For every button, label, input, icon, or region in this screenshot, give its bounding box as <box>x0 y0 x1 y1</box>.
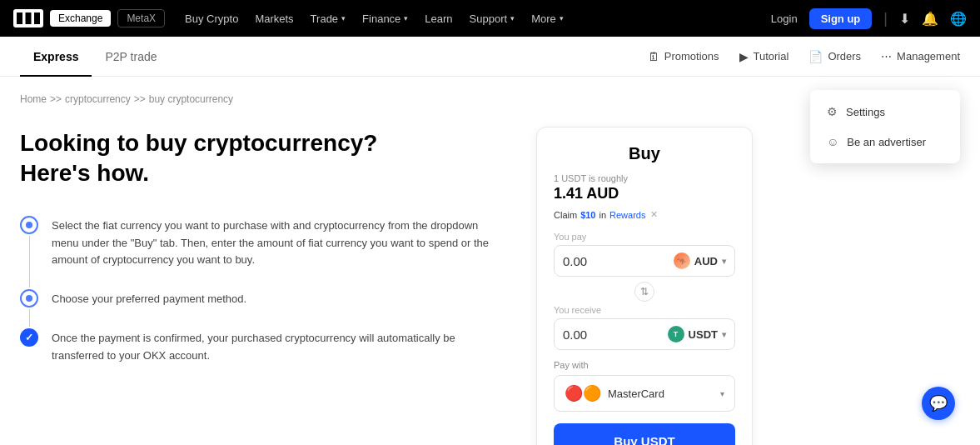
svg-rect-2 <box>34 12 40 18</box>
breadcrumb-sep-2: >> <box>134 93 146 105</box>
you-receive-label: You receive <box>554 305 735 315</box>
you-pay-group: You pay 🦘 AUD ▾ <box>554 232 735 277</box>
left-panel: Home >> cryptocurrency >> buy cryptocurr… <box>20 93 503 445</box>
svg-rect-5 <box>34 18 40 24</box>
svg-rect-1 <box>26 12 32 18</box>
aud-flag: 🦘 <box>674 252 690 269</box>
logo-area: Exchange MetaX <box>13 9 165 28</box>
download-icon[interactable]: ⬇ <box>899 11 910 27</box>
nav-learn[interactable]: Learn <box>425 12 452 25</box>
swap-row: ⇅ <box>554 282 735 302</box>
chat-icon: 💬 <box>929 394 948 412</box>
you-receive-currency: USDT <box>689 328 718 341</box>
management-dropdown: ⚙ Settings ☺ Be an advertiser <box>810 90 960 163</box>
claim-in: in <box>599 210 606 220</box>
breadcrumb-current: buy cryptocurrency <box>149 93 233 105</box>
exchange-tab[interactable]: Exchange <box>50 10 111 27</box>
you-pay-input-row[interactable]: 🦘 AUD ▾ <box>554 245 735 277</box>
you-pay-currency-select[interactable]: 🦘 AUD ▾ <box>674 252 726 269</box>
chat-bubble-button[interactable]: 💬 <box>922 387 955 420</box>
rate-label: 1 USDT is roughly <box>554 173 735 183</box>
okx-logo[interactable] <box>13 9 43 28</box>
you-receive-group: You receive T USDT ▾ <box>554 305 735 350</box>
claim-rewards[interactable]: Rewards <box>609 210 645 220</box>
nav-right: Login Sign up | ⬇ 🔔 🌐 <box>771 8 967 29</box>
step-1-text: Select the fiat currency you want to pur… <box>52 218 503 269</box>
nav-support[interactable]: Support▾ <box>470 12 515 25</box>
step-2-connector <box>29 309 30 327</box>
breadcrumb-crypto[interactable]: cryptocurrency <box>65 93 131 105</box>
nav-more[interactable]: More▾ <box>531 12 564 25</box>
management-dots-icon: ⋯ <box>881 50 892 62</box>
swap-button[interactable]: ⇅ <box>634 282 654 302</box>
you-receive-currency-select[interactable]: T USDT ▾ <box>668 326 726 342</box>
usdt-icon: T <box>668 326 684 342</box>
you-receive-chevron-icon: ▾ <box>722 330 726 339</box>
signup-button[interactable]: Sign up <box>809 8 873 29</box>
step-3-content: Once the payment is confirmed, your purc… <box>52 328 503 385</box>
steps-list: Select the fiat currency you want to pur… <box>20 216 503 385</box>
you-pay-label: You pay <box>554 232 735 242</box>
language-icon[interactable]: 🌐 <box>950 11 967 27</box>
promotions-label: Promotions <box>664 50 719 62</box>
settings-icon: ⚙ <box>827 105 838 118</box>
step-3-dot <box>20 328 38 347</box>
nav-markets[interactable]: Markets <box>255 12 293 25</box>
notification-icon[interactable]: 🔔 <box>922 11 938 27</box>
step-2: Choose your preferred payment method. <box>20 289 503 328</box>
tutorial-nav-item[interactable]: ▶ Tutorial <box>739 50 789 63</box>
tab-p2p-trade[interactable]: P2P trade <box>92 37 170 77</box>
tab-express[interactable]: Express <box>20 37 92 77</box>
step-1-connector <box>29 236 30 288</box>
claim-close-button[interactable]: ✕ <box>650 209 658 220</box>
you-pay-input[interactable] <box>563 254 674 268</box>
svg-rect-4 <box>26 18 32 24</box>
step-1-content: Select the fiat currency you want to pur… <box>52 216 503 289</box>
orders-icon: 📄 <box>808 50 823 63</box>
pay-with-select[interactable]: 🔴🟠 MasterCard ▾ <box>554 375 735 412</box>
nav-finance[interactable]: Finance▾ <box>362 12 408 25</box>
nav-trade[interactable]: Trade▾ <box>311 12 346 25</box>
step-2-line <box>20 289 38 328</box>
pay-with-chevron-icon: ▾ <box>720 389 724 398</box>
orders-nav-item[interactable]: 📄 Orders <box>808 50 861 63</box>
claim-text: Claim <box>554 210 577 220</box>
management-button[interactable]: ⋯ Management <box>881 50 960 62</box>
claim-amount: $10 <box>580 210 595 220</box>
svg-rect-0 <box>17 12 22 18</box>
nav-separator: | <box>883 10 888 28</box>
step-1-line <box>20 216 38 289</box>
rate-value: 1.41 AUD <box>554 185 735 202</box>
login-button[interactable]: Login <box>771 12 798 25</box>
rate-info: 1 USDT is roughly 1.41 AUD <box>554 173 735 202</box>
step-3-text: Once the payment is confirmed, your purc… <box>52 330 503 365</box>
breadcrumb: Home >> cryptocurrency >> buy cryptocurr… <box>20 93 503 105</box>
sub-navigation: Express P2P trade 🗓 Promotions ▶ Tutoria… <box>0 37 980 77</box>
sub-nav-right: 🗓 Promotions ▶ Tutorial 📄 Orders ⋯ Manag… <box>648 50 960 63</box>
buy-card: Buy 1 USDT is roughly 1.41 AUD Claim $10… <box>536 127 753 445</box>
metax-tab[interactable]: MetaX <box>117 9 165 28</box>
you-receive-input-row[interactable]: T USDT ▾ <box>554 318 735 350</box>
breadcrumb-home[interactable]: Home <box>20 93 47 105</box>
step-1-dot <box>20 216 38 234</box>
claim-badge: Claim $10 in Rewards ✕ <box>554 209 735 220</box>
nav-links: Buy Crypto Markets Trade▾ Finance▾ Learn… <box>185 12 564 25</box>
step-2-text: Choose your preferred payment method. <box>52 291 503 308</box>
advertiser-icon: ☺ <box>827 135 838 148</box>
step-1: Select the fiat currency you want to pur… <box>20 216 503 289</box>
hero-title: Looking to buy cryptocurrency?Here's how… <box>20 128 503 189</box>
tutorial-label: Tutorial <box>754 50 789 62</box>
advertiser-label: Be an advertiser <box>847 136 926 148</box>
management-area: ⋯ Management ⚙ Settings ☺ Be an advertis… <box>881 50 960 62</box>
orders-label: Orders <box>828 50 861 62</box>
advertiser-menu-item[interactable]: ☺ Be an advertiser <box>810 127 960 157</box>
step-2-dot <box>20 289 38 308</box>
pay-with-section: Pay with 🔴🟠 MasterCard ▾ <box>554 360 735 412</box>
promotions-nav-item[interactable]: 🗓 Promotions <box>648 50 719 63</box>
mastercard-icon: 🔴🟠 <box>565 384 601 402</box>
you-receive-input[interactable] <box>563 328 668 342</box>
nav-buy-crypto[interactable]: Buy Crypto <box>185 12 238 25</box>
settings-menu-item[interactable]: ⚙ Settings <box>810 97 960 127</box>
step-3: Once the payment is confirmed, your purc… <box>20 328 503 385</box>
buy-usdt-button[interactable]: Buy USDT <box>554 423 735 445</box>
